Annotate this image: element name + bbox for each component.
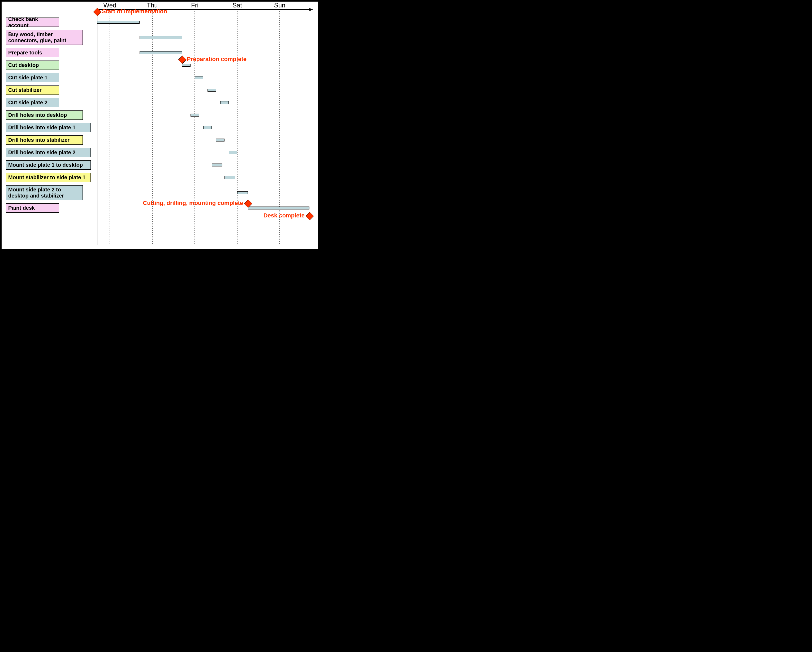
task-bar [229,151,237,154]
task-label: Mount side plate 1 to desktop [6,160,91,170]
task-bar [216,139,224,141]
task-label: Drill holes into desktop [6,110,83,120]
axis-arrowhead-icon [310,8,313,11]
task-label: Cut desktop [6,61,59,70]
task-bar [203,126,212,129]
day-label: Sat [232,2,242,9]
milestone-label: Desk complete [264,212,305,219]
task-label: Mount side plate 2 to desktop and stabil… [6,185,83,200]
task-label: Mount stabilizer to side plate 1 [6,173,91,182]
task-label: Check bank account [6,17,59,27]
milestone-label: Start of implementation [102,8,167,15]
milestone-label: Preparation complete [187,56,247,63]
task-label: Cut side plate 1 [6,73,59,82]
task-bar [195,76,203,79]
task-bar [191,113,199,116]
task-bar [212,164,222,167]
task-bar [97,21,140,24]
task-bar [182,64,191,67]
task-bar [237,191,248,194]
task-label: Cut side plate 2 [6,98,59,107]
task-bar [220,101,229,104]
gantt-chart-frame: WedThuFriSatSunCheck bank accountBuy woo… [0,0,319,255]
gantt-chart-canvas: WedThuFriSatSunCheck bank accountBuy woo… [2,2,318,249]
task-bar [140,51,182,54]
milestone-label: Cutting, drilling, mounting complete [143,200,243,207]
task-label: Drill holes into stabilizer [6,135,83,145]
task-label: Paint desk [6,204,59,213]
day-label: Fri [191,2,198,9]
task-bar [208,89,216,92]
task-label: Drill holes into side plate 2 [6,148,91,157]
task-label: Cut stabilizer [6,86,59,95]
task-label: Drill holes into side plate 1 [6,123,91,132]
day-label: Sun [274,2,285,9]
task-label: Buy wood, timber connectors, glue, paint [6,30,83,45]
task-bar [140,36,182,39]
task-bar [224,176,235,179]
task-label: Prepare tools [6,48,59,57]
task-bar [248,207,310,210]
